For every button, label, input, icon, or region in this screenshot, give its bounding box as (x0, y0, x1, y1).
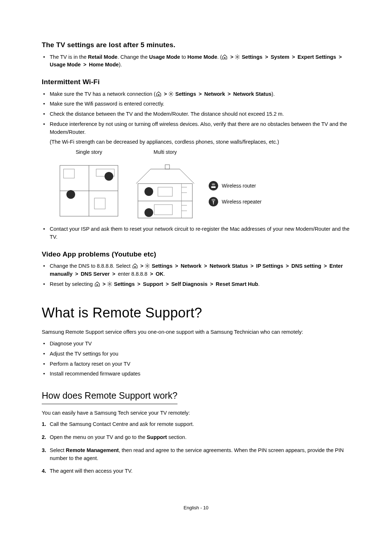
text: Select (50, 447, 66, 453)
text: ). (119, 62, 122, 67)
text-bold: Support (147, 434, 167, 440)
list-item: Make sure the TV has a network connectio… (50, 90, 350, 98)
note: (The Wi-Fi strength can be decreased by … (50, 138, 350, 146)
list-item: Diagnose your TV (50, 340, 350, 348)
section-tv-settings-lost: The TV settings are lost after 5 minutes… (42, 40, 350, 69)
separator: > (164, 91, 167, 97)
legend-label: Wireless router (222, 182, 256, 190)
svg-point-21 (144, 187, 153, 196)
separator: > (112, 271, 115, 277)
list-item: Reduce interference by not using or turn… (50, 120, 350, 146)
heading-tv-settings-lost: The TV settings are lost after 5 minutes… (42, 40, 350, 50)
gear-icon (168, 91, 174, 97)
svg-point-10 (66, 190, 75, 199)
step-item: The agent will then access your TV. (42, 467, 350, 475)
house-image (132, 158, 198, 222)
svg-rect-8 (94, 198, 105, 209)
lead-text: You can easily have a Samsung Tech servi… (42, 409, 350, 417)
separator: > (150, 271, 153, 277)
home-icon (222, 54, 228, 60)
separator: > (166, 281, 168, 287)
text: Change the DNS to 8.8.8.8. Select (50, 263, 132, 269)
separator: > (103, 281, 106, 287)
path-segment: DNS setting (291, 263, 321, 269)
list-item: Change the DNS to 8.8.8.8. Select > Sett… (50, 262, 350, 278)
separator: > (292, 54, 295, 60)
text: . ( (217, 54, 222, 60)
path-segment: Network (204, 91, 225, 97)
path-segment: Network Status (233, 91, 272, 97)
text-bold: Home Mode (187, 54, 217, 60)
path-segment: Settings (242, 54, 262, 60)
section-video-app: Video App problems (Youtube etc) Change … (42, 249, 350, 288)
text: Make sure the TV has a network connectio… (50, 91, 156, 97)
text: Reduce interference by not using or turn… (50, 121, 347, 135)
text-bold: Retail Mode (88, 54, 117, 60)
path-segment: OK (156, 271, 164, 277)
separator: > (230, 54, 233, 60)
step-item: Select Remote Management, then read and … (42, 447, 350, 463)
separator: > (228, 91, 230, 97)
path-segment: DNS Server (81, 271, 110, 277)
text: ). (271, 91, 275, 97)
router-icon (209, 181, 218, 190)
svg-rect-15 (165, 165, 170, 169)
page-footer: English - 10 (42, 504, 350, 512)
text-bold: Remote Management (66, 447, 119, 453)
separator: > (175, 263, 178, 269)
section-intermittent-wifi: Intermittent Wi-Fi Make sure the TV has … (42, 77, 350, 241)
diagram-single-story: Single story (56, 148, 122, 222)
separator: > (210, 281, 213, 287)
path-segment: IP Settings (256, 263, 283, 269)
text: section. (167, 434, 187, 440)
separator: > (137, 281, 140, 287)
heading-remote-support: What is Remote Support? (42, 303, 350, 323)
list-item: Perform a factory reset on your TV (50, 360, 350, 368)
legend-row-repeater: Wireless repeater (209, 197, 262, 206)
path-segment: Settings (175, 91, 196, 97)
separator: > (265, 54, 268, 60)
diagram-multi-story: Multi story (132, 148, 198, 222)
text-bold: Usage Mode (149, 54, 180, 60)
separator: > (75, 271, 78, 277)
separator: > (83, 62, 86, 67)
steps-list: Call the Samsung Contact Centre and ask … (42, 420, 350, 475)
text: Reset by selecting (50, 281, 94, 287)
path-segment: Home Mode (89, 62, 119, 67)
gear-icon (107, 281, 113, 287)
path-segment: Settings (114, 281, 135, 287)
heading-video-app: Video App problems (Youtube etc) (42, 249, 350, 260)
path-segment: System (271, 54, 290, 60)
text: . Change the (118, 54, 149, 60)
text: Open the menu on your TV and go to the (50, 434, 147, 440)
svg-rect-14 (154, 205, 172, 215)
step-item: Call the Samsung Contact Centre and ask … (42, 420, 350, 428)
path-segment: Support (143, 281, 163, 287)
diagram-legend: Wireless router Wireless repeater (209, 181, 262, 206)
lead-text: Samsung Remote Support service offers yo… (42, 328, 350, 336)
home-icon (156, 91, 162, 97)
path-segment: Network Status (210, 263, 248, 269)
svg-rect-6 (64, 169, 74, 178)
separator: > (324, 263, 327, 269)
svg-point-9 (105, 172, 113, 181)
legend-label: Wireless repeater (222, 198, 262, 206)
path-segment: Usage Mode (50, 62, 81, 67)
diagram-caption: Multi story (132, 148, 198, 156)
list-item: Adjust the TV settings for you (50, 350, 350, 358)
text: to (180, 54, 187, 60)
path-segment: Settings (152, 263, 172, 269)
heading-intermittent-wifi: Intermittent Wi-Fi (42, 77, 350, 87)
home-icon (132, 263, 138, 269)
gear-icon (144, 263, 150, 269)
text: The TV is in the (50, 54, 88, 60)
diagram-row: Single story Multi story (56, 148, 350, 222)
separator: > (250, 263, 253, 269)
svg-rect-13 (158, 187, 172, 196)
floorplan-image (56, 158, 122, 222)
list-item: Install recommended firmware updates (50, 370, 350, 378)
separator: > (286, 263, 289, 269)
list-item: Make sure the Wifi password is entered c… (50, 100, 350, 108)
separator: > (199, 91, 201, 97)
separator: > (140, 263, 143, 269)
